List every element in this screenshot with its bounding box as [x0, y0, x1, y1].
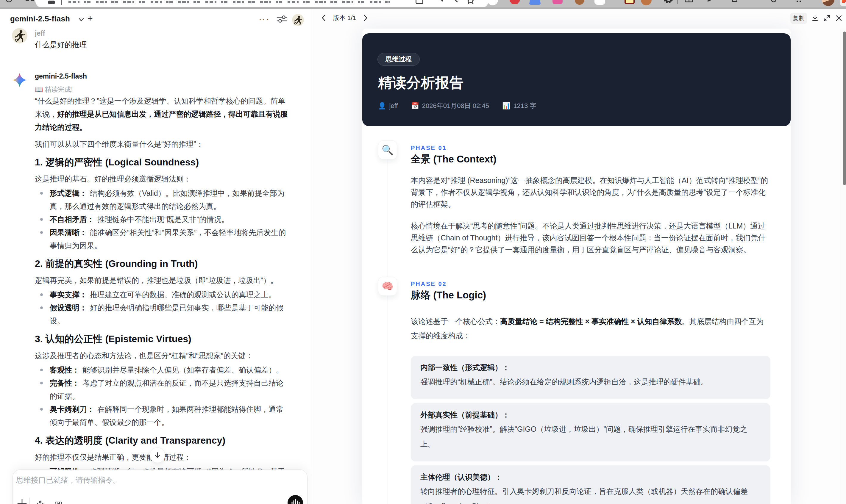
tab-grid-icon2[interactable] — [31, 0, 34, 1]
history-icon[interactable] — [771, 0, 776, 2]
author-icon: 👤 — [378, 102, 386, 110]
timeline-line2 — [388, 296, 388, 504]
profile-avatar[interactable] — [822, 0, 834, 6]
chat-settings-icon[interactable] — [277, 15, 287, 23]
user-message: jeff 什么是好的推理 — [0, 28, 312, 50]
ext-camera-icon[interactable] — [624, 0, 635, 4]
user-name: jeff — [35, 30, 312, 37]
magnifier-emoji-icon: 🔍 — [382, 144, 393, 156]
ext-binoculars-icon[interactable] — [487, 0, 498, 5]
list-item: 形式逻辑：结构必须有效（Valid）。比如演绎推理中，如果前提全部为真，那么通过… — [35, 186, 289, 213]
arrow-down-icon — [154, 451, 161, 459]
list-item: 假设透明：好的推理会明确指明哪些是已知事实，哪些是基于可能的假设。 — [35, 301, 289, 327]
browser-toolbar — [0, 0, 846, 9]
phase2-icon-badge: 🧠 — [378, 277, 397, 296]
chevron-down-icon[interactable] — [78, 17, 85, 22]
phase1-icon-badge: 🔍 — [378, 140, 397, 160]
report-page: 思维过程 精读分析报告 👤jeff 📅2026年01月08日 02:45 📊12… — [362, 29, 791, 504]
version-label: 版本 1/1 — [333, 14, 356, 22]
artifact-header: 版本 1/1 复制 — [312, 9, 846, 29]
input-toolbar — [13, 470, 307, 504]
reader-icon[interactable] — [416, 0, 423, 4]
ext-gear-icon[interactable] — [664, 0, 673, 4]
attach-plus-icon[interactable] — [17, 498, 27, 504]
list-item: 事实支撑：推理建立在可靠的数据、准确的观测或公认的真理之上。 — [35, 288, 289, 301]
open-book-emoji-icon: 📖 — [35, 86, 43, 93]
meta-date: 2026年01月08日 02:45 — [422, 102, 489, 110]
section-heading-1: 1. 逻辑的严密性 (Logical Soundness) — [35, 156, 289, 168]
bookmark-icon[interactable] — [54, 501, 62, 504]
report-meta: 👤jeff 📅2026年01月08日 02:45 📊1213 字 — [378, 102, 536, 110]
phase1-content: PHASE 01 全景 (The Context) 本内容是对“推理 (Reas… — [411, 145, 770, 256]
more-menu-button[interactable]: ··· — [259, 14, 269, 24]
list-item: 奥卡姆剃刀：在解释同一个现象时，如果两种推理都能站得住脚，通常倾向于最简单、假设… — [35, 402, 289, 429]
artifact-panel: 版本 1/1 复制 思维过程 精读分析报告 👤jeff 📅2026年01月08日… — [312, 9, 846, 504]
play-icon[interactable] — [708, 0, 712, 2]
phase1-paragraph2: 核心情境在于解决“思考的随意性”问题。不论是人类通过批判性思维进行决策，还是大语… — [411, 220, 770, 256]
ext-brown-icon[interactable] — [575, 0, 584, 5]
version-nav: 版本 1/1 — [321, 14, 369, 22]
phase2-content: PHASE 02 脉络 (The Logic) 该论述基于一个核心公式：高质量结… — [411, 281, 770, 504]
chart-icon: 📊 — [502, 102, 510, 110]
download-icon — [811, 15, 818, 22]
copy-button[interactable]: 复制 — [790, 13, 807, 24]
artifact-scrollbar[interactable] — [840, 29, 846, 504]
reload-icon[interactable] — [6, 0, 12, 2]
ext-blue-icon[interactable] — [529, 0, 541, 5]
prev-version-icon[interactable] — [321, 14, 327, 21]
waveform-icon — [291, 499, 300, 504]
new-topic-button[interactable]: + — [88, 13, 93, 23]
next-version-icon[interactable] — [363, 14, 369, 21]
user-avatar[interactable] — [292, 14, 304, 26]
ext-orange-icon[interactable] — [641, 0, 652, 5]
tab-grid-icon[interactable] — [25, 0, 29, 1]
bullet-list-2: 事实支撑：推理建立在可靠的数据、准确的观测或公认的真理之上。 假设透明：好的推理… — [35, 288, 289, 327]
url-text-fragment — [69, 1, 390, 3]
phase2-label: PHASE 02 — [411, 281, 770, 287]
dimension-card-3: 主体伦理（认识美德）： 转向推理者的心理特征。引入奥卡姆剃刀和反向论证，旨在克服… — [411, 465, 770, 504]
assistant-markdown: “什么是好的推理？”这是一个涉及逻辑学、认知科学和哲学核心的问题。简单来说，好的… — [35, 94, 289, 491]
scroll-to-bottom-button[interactable] — [150, 448, 165, 463]
assistant-name: gemini-2.5-flash — [35, 72, 289, 80]
chat-input-box[interactable]: 思维接口已就绪，请传输指令。 — [13, 469, 307, 504]
ext-red-icon[interactable] — [510, 0, 520, 4]
phase2-intro: 该论述基于一个核心公式：高质量结论 = 结构完整性 × 事实准确性 × 认知自律… — [411, 314, 770, 343]
section-heading-3: 3. 认知的公正性 (Epistemic Virtues) — [35, 332, 289, 345]
close-button[interactable] — [833, 13, 845, 24]
dimension-card-2: 外部真实性（前提基础）： 强调推理的“经验校准”。解决“GIGO（垃圾进，垃圾出… — [411, 403, 770, 462]
bullet-list-3: 客观性：能够识别并尽量排除个人偏见（如幸存者偏差、确认偏差）。 完备性：考虑了对… — [35, 363, 289, 429]
phase1-label: PHASE 01 — [411, 145, 770, 151]
cover-badge: 思维过程 — [377, 53, 420, 66]
assistant-status: 📖 精读完成! — [35, 85, 289, 94]
brain-emoji-icon: 🧠 — [382, 281, 393, 292]
list-item: 不自相矛盾：推理链条中不能出现“既是又非”的情况。 — [35, 213, 289, 226]
user-message-avatar[interactable] — [12, 28, 28, 43]
share-icon[interactable] — [732, 0, 737, 2]
ext-dots-icon[interactable] — [595, 0, 605, 5]
phase1-title: 全景 (The Context) — [411, 152, 770, 166]
phase1-paragraph1: 本内容是对“推理 (Reasoning)”这一抽象概念的高层建模。在知识爆炸与人… — [411, 174, 770, 210]
chat-header: gemini-2.5-flash + ··· — [0, 9, 312, 29]
list-item: 客观性：能够识别并尽量排除个人偏见（如幸存者偏差、确认偏差）。 — [35, 363, 289, 376]
dimension-card-1: 内部一致性（形式逻辑）： 强调推理的“机械正确”。结论必须在给定的规则系统内逻辑… — [411, 356, 770, 399]
voice-input-button[interactable] — [287, 495, 303, 504]
bookmark-star-icon[interactable] — [466, 0, 475, 5]
fullscreen-button[interactable] — [821, 13, 833, 24]
gemini-logo-icon[interactable] — [12, 72, 28, 88]
assistant-message: gemini-2.5-flash 📖 精读完成! “什么是好的推理？”这是一个涉… — [0, 72, 312, 491]
artifact-actions: 复制 — [790, 13, 845, 24]
download-button[interactable] — [809, 13, 821, 24]
phase2-title: 脉络 (The Logic) — [411, 289, 770, 302]
list-item: 完备性：考虑了对立的观点和潜在的反证，而不是只选择支持自己结论的证据。 — [35, 376, 289, 402]
chat-panel: gemini-2.5-flash + ··· jeff 什么是好的推理 gemi… — [0, 9, 312, 504]
section-heading-4: 4. 表达的透明度 (Clarity and Transparency) — [35, 434, 289, 447]
list-item: 因果清晰：能准确区分“相关性”和“因果关系”，不会轻率地将先后发生的事情归为因果… — [35, 226, 289, 252]
meta-author: jeff — [389, 102, 398, 110]
ext-pink-icon[interactable] — [552, 0, 563, 4]
scrollbar-thumb[interactable] — [843, 32, 846, 185]
close-icon — [835, 15, 842, 22]
plugins-icon[interactable] — [36, 500, 45, 504]
fullscreen-icon — [823, 15, 830, 22]
report-cover: 思维过程 精读分析报告 👤jeff 📅2026年01月08日 02:45 📊12… — [362, 33, 791, 126]
session-title[interactable]: gemini-2.5-flash — [10, 14, 70, 23]
